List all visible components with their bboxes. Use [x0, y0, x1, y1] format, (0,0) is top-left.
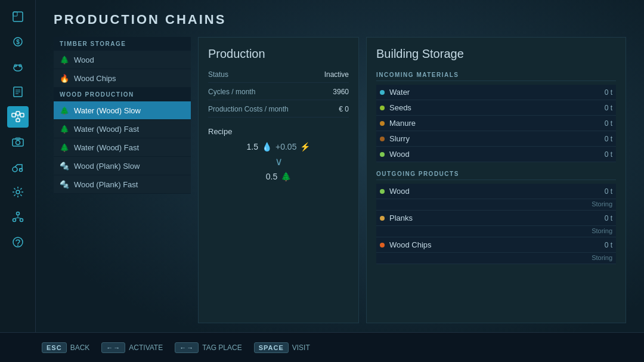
- chain-item-water-wood-fast2[interactable]: 🌲 Water (Wood) Fast: [54, 138, 191, 157]
- svg-line-29: [18, 218, 21, 219]
- status-row: Status Inactive: [208, 70, 349, 83]
- chips-dot: [380, 243, 385, 247]
- incoming-slurry-label: Slurry: [389, 134, 410, 143]
- svg-point-19: [16, 141, 20, 145]
- outgoing-wood: Wood 0 t: [376, 184, 616, 199]
- svg-rect-13: [20, 113, 24, 117]
- tag-place-action: ←→ TAG PLACE: [175, 342, 242, 353]
- incoming-seeds-left: Seeds: [380, 103, 411, 112]
- space-key[interactable]: SPACE: [254, 342, 289, 353]
- svg-point-24: [16, 212, 19, 215]
- svg-text:$: $: [16, 39, 20, 45]
- settings-icon[interactable]: [7, 181, 29, 203]
- outgoing-woodchips-left: Wood Chips: [380, 240, 432, 249]
- slurry-dot: [380, 137, 385, 141]
- water-dot: [380, 90, 385, 95]
- recipe-output-amount: 0.5: [266, 172, 277, 181]
- chain-item-water-wood-slow-label: Water (Wood) Slow: [74, 106, 141, 115]
- incoming-slurry-value: 0 t: [605, 135, 612, 143]
- recipe-area: 1.5 💧 +0.05 ⚡ ∨ 0.5 🌲: [208, 142, 349, 181]
- water-wood-slow-icon: 🌲: [60, 106, 69, 115]
- incoming-materials-header: INCOMING MATERIALS: [376, 69, 616, 81]
- outgoing-planks: Planks 0 t: [376, 211, 616, 226]
- incoming-seeds-label: Seeds: [389, 103, 411, 112]
- svg-point-25: [13, 219, 16, 222]
- chain-item-woodchips[interactable]: 🔥 Wood Chips: [54, 69, 191, 88]
- building-storage-panel: Building Storage INCOMING MATERIALS Wate…: [366, 37, 626, 323]
- outgoing-woodchips-sub: Storing: [376, 253, 616, 264]
- content-row: TIMBER STORAGE 🌲 Wood 🔥 Wood Chips WOOD …: [54, 37, 626, 323]
- recipe-output: 0.5 🌲: [266, 172, 291, 181]
- building-storage-title: Building Storage: [376, 47, 616, 61]
- svg-rect-16: [16, 119, 20, 122]
- recipe-arrow-icon: ∨: [275, 155, 283, 168]
- wood-plank-slow-icon: 🔩: [60, 161, 69, 171]
- outgoing-woodchips: Wood Chips 0 t: [376, 237, 616, 253]
- svg-line-28: [14, 218, 18, 219]
- incoming-seeds-value: 0 t: [605, 104, 612, 112]
- svg-point-4: [14, 65, 22, 71]
- production-chains-icon[interactable]: [7, 106, 29, 128]
- activate-key[interactable]: ←→: [101, 342, 125, 353]
- animals-icon[interactable]: [7, 56, 29, 78]
- incoming-manure: Manure 0 t: [376, 116, 616, 131]
- incoming-wood-dot: [380, 152, 385, 157]
- outgoing-woodchips-label: Wood Chips: [389, 240, 432, 249]
- energy-icon: ⚡: [300, 142, 310, 151]
- incoming-water-left: Water: [380, 88, 410, 97]
- book-icon[interactable]: [7, 81, 29, 103]
- incoming-wood: Wood 0 t: [376, 147, 616, 162]
- org-icon[interactable]: [7, 206, 29, 228]
- wood-plank-fast-icon: 🔩: [60, 180, 69, 189]
- manure-dot: [380, 121, 385, 126]
- svg-point-23: [16, 190, 20, 194]
- esc-key[interactable]: ESC: [42, 342, 67, 353]
- camera-icon[interactable]: [7, 131, 29, 153]
- recipe-water-amount: 1.5: [247, 142, 258, 151]
- outgoing-wood-sub: Storing: [376, 199, 616, 211]
- outgoing-planks-sub: Storing: [376, 226, 616, 237]
- incoming-wood-label: Wood: [389, 150, 410, 159]
- visit-label: VISIT: [292, 344, 310, 352]
- outgoing-wood-value: 0 t: [605, 187, 612, 196]
- chain-item-water-wood-slow[interactable]: 🌲 Water (Wood) Slow: [54, 101, 191, 120]
- chain-item-water-wood-fast1[interactable]: 🌲 Water (Wood) Fast: [54, 120, 191, 138]
- tag-place-label: TAG PLACE: [202, 344, 242, 352]
- svg-point-21: [13, 167, 17, 172]
- costs-value: € 0: [339, 105, 349, 113]
- dollar-icon[interactable]: $: [7, 31, 29, 52]
- outgoing-wood-label: Wood: [389, 187, 410, 196]
- chain-item-wood[interactable]: 🌲 Wood: [54, 51, 191, 69]
- activate-action: ←→ ACTIVATE: [101, 342, 163, 353]
- help-icon[interactable]: [7, 231, 29, 253]
- outgoing-woodchips-storing: Storing: [592, 254, 612, 261]
- sidebar: $: [0, 0, 36, 362]
- water-drop-icon: 💧: [262, 142, 272, 151]
- chain-item-wood-plank-fast-label: Wood (Plank) Fast: [74, 180, 138, 189]
- timber-storage-header: TIMBER STORAGE: [54, 37, 191, 51]
- cycles-value: 3960: [333, 88, 349, 96]
- tractor-icon[interactable]: [7, 156, 29, 178]
- outgoing-wood-dot: [380, 189, 385, 194]
- map-icon[interactable]: [7, 6, 29, 27]
- cycles-label: Cycles / month: [208, 88, 255, 96]
- chain-item-wood-plank-slow-label: Wood (Plank) Slow: [74, 162, 140, 171]
- output-tree-icon: 🌲: [281, 172, 291, 181]
- chain-item-wood-plank-fast[interactable]: 🔩 Wood (Plank) Fast: [54, 175, 191, 194]
- tag-key[interactable]: ←→: [175, 342, 199, 353]
- water-wood-fast1-icon: 🌲: [60, 124, 69, 134]
- activate-label: ACTIVATE: [129, 344, 163, 352]
- planks-dot: [380, 216, 385, 221]
- svg-point-26: [20, 219, 23, 222]
- wood-production-header: WOOD PRODUCTION: [54, 88, 191, 101]
- woodchips-icon: 🔥: [60, 73, 69, 83]
- outgoing-planks-left: Planks: [380, 214, 413, 222]
- svg-rect-12: [16, 112, 20, 115]
- outgoing-planks-value: 0 t: [605, 214, 612, 222]
- chain-item-wood-plank-slow[interactable]: 🔩 Wood (Plank) Slow: [54, 157, 191, 175]
- chains-panel: TIMBER STORAGE 🌲 Wood 🔥 Wood Chips WOOD …: [54, 37, 191, 323]
- page-title: PRODUCTION CHAINS: [54, 12, 626, 27]
- chain-item-woodchips-label: Wood Chips: [74, 74, 116, 83]
- outgoing-planks-label: Planks: [389, 214, 413, 222]
- incoming-water: Water 0 t: [376, 85, 616, 100]
